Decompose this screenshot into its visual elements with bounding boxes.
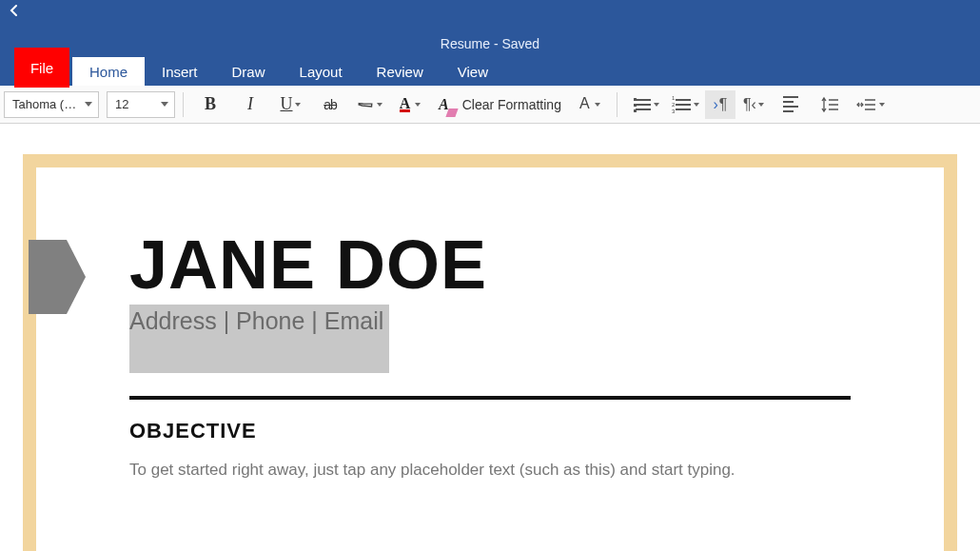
strikethrough-icon: ab xyxy=(323,97,337,112)
resume-contact-line[interactable]: Address | Phone | Email xyxy=(129,305,389,373)
bold-button[interactable]: B xyxy=(191,90,229,119)
resume-name-heading[interactable]: JANE DOE xyxy=(129,230,851,299)
fill-color-icon: A xyxy=(579,97,590,112)
decrease-indent-button[interactable]: ›¶ xyxy=(705,90,735,119)
align-left-icon xyxy=(783,96,798,112)
tab-review[interactable]: Review xyxy=(360,57,441,86)
font-color-icon: A xyxy=(400,97,411,112)
tab-view[interactable]: View xyxy=(441,57,505,86)
tab-label: Draw xyxy=(232,64,265,80)
separator xyxy=(183,92,184,117)
numbered-list-button[interactable]: 123 xyxy=(665,90,703,119)
clear-formatting-icon: A xyxy=(439,96,449,113)
ribbon-toolbar: Tahoma (… 12 B I U ab A A Clear Formatti… xyxy=(0,86,980,124)
underline-icon: U xyxy=(281,94,293,114)
chevron-down-icon xyxy=(161,102,168,107)
align-left-button[interactable] xyxy=(772,90,810,119)
fill-color-button[interactable]: A xyxy=(571,90,609,119)
bold-icon: B xyxy=(205,94,216,114)
document-canvas: JANE DOE Address | Phone | Email OBJECTI… xyxy=(0,124,980,551)
chevron-down-icon xyxy=(415,103,421,107)
tab-label: Review xyxy=(377,64,423,80)
increase-indent-button[interactable]: ¶‹ xyxy=(737,90,770,119)
list-lines-icon xyxy=(676,99,691,110)
document-page[interactable]: JANE DOE Address | Phone | Email OBJECTI… xyxy=(23,154,957,551)
tab-home[interactable]: Home xyxy=(72,57,145,86)
section-body-objective[interactable]: To get started right away, just tap any … xyxy=(129,461,851,480)
list-lines-icon xyxy=(636,99,651,110)
clear-formatting-label: Clear Formatting xyxy=(462,97,561,112)
paragraph-spacing-button[interactable] xyxy=(852,90,890,119)
chevron-down-icon xyxy=(694,103,699,107)
tab-label: Layout xyxy=(300,64,343,80)
chevron-down-icon xyxy=(879,103,885,107)
chevron-down-icon xyxy=(654,103,659,107)
section-title-objective[interactable]: OBJECTIVE xyxy=(129,419,851,443)
ribbon-tabs: File Home Insert Draw Layout Review View xyxy=(0,53,980,86)
tab-label: Insert xyxy=(162,64,198,80)
tab-label: View xyxy=(458,64,488,80)
bullet-list-icon xyxy=(634,98,637,112)
tab-file[interactable]: File xyxy=(14,48,69,88)
line-spacing-button[interactable] xyxy=(812,90,850,119)
decorative-arrow-icon xyxy=(29,240,86,314)
italic-icon: I xyxy=(247,94,253,114)
chevron-down-icon xyxy=(295,103,301,107)
clear-formatting-button[interactable]: A Clear Formatting xyxy=(431,90,569,119)
font-size-combo[interactable]: 12 xyxy=(107,91,175,118)
chevron-down-icon xyxy=(595,103,600,107)
back-arrow-icon[interactable] xyxy=(8,4,21,21)
tab-insert[interactable]: Insert xyxy=(145,57,215,86)
pilcrow-indent-icon: ›¶ xyxy=(713,96,727,113)
font-family-value: Tahoma (… xyxy=(12,97,76,111)
app-header: Resume - Saved File Home Insert Draw Lay… xyxy=(0,0,980,86)
highlight-button[interactable] xyxy=(351,90,389,119)
bulleted-list-button[interactable] xyxy=(625,90,663,119)
tab-draw[interactable]: Draw xyxy=(215,57,283,86)
highlighter-icon xyxy=(354,92,378,116)
italic-button[interactable]: I xyxy=(231,90,269,119)
line-spacing-icon xyxy=(821,96,840,113)
font-size-value: 12 xyxy=(115,97,128,111)
underline-button[interactable]: U xyxy=(271,90,309,119)
chevron-down-icon xyxy=(85,102,92,107)
tab-file-label: File xyxy=(30,60,53,76)
font-family-combo[interactable]: Tahoma (… xyxy=(4,91,99,118)
number-list-icon: 123 xyxy=(672,95,675,115)
tab-layout[interactable]: Layout xyxy=(283,57,360,86)
paragraph-spacing-icon xyxy=(856,96,877,113)
pilcrow-outdent-icon: ¶‹ xyxy=(743,96,756,113)
strikethrough-button[interactable]: ab xyxy=(311,90,349,119)
document-title: Resume - Saved xyxy=(441,36,539,51)
separator xyxy=(617,92,617,117)
tab-label: Home xyxy=(89,64,127,80)
chevron-down-icon xyxy=(758,103,764,107)
section-divider xyxy=(129,396,851,400)
font-color-button[interactable]: A xyxy=(391,90,429,119)
